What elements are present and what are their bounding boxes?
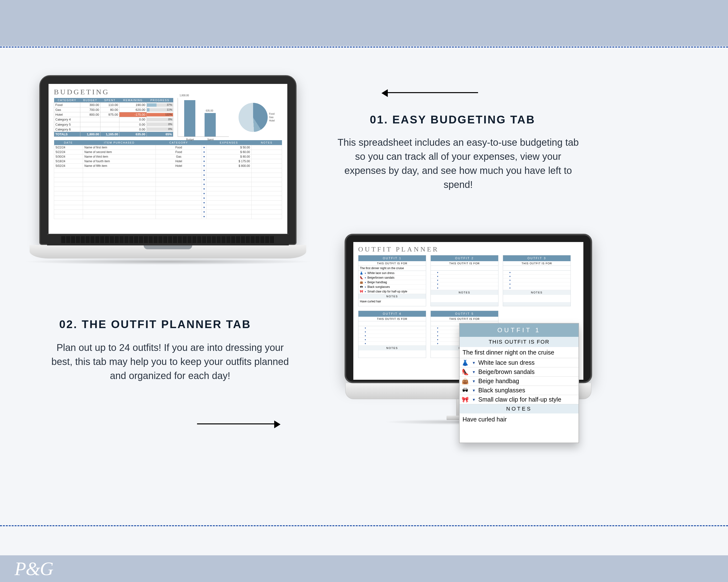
budget-row: Hotel800.00975.00-175.00122% [54, 112, 173, 117]
chevron-down-icon[interactable]: ▾ [437, 279, 438, 281]
outfit-card: OUTFIT 1THIS OUTFIT IS FORThe first dinn… [358, 255, 426, 306]
chevron-down-icon[interactable]: ▾ [509, 271, 511, 274]
outfit-card: OUTFIT 3THIS OUTFIT IS FOR▾▾▾▾▾NOTES [503, 255, 571, 306]
outfit-card: OUTFIT 2THIS OUTFIT IS FOR▾▾▾▾▾NOTES [431, 255, 498, 306]
chevron-down-icon[interactable]: ▾ [437, 342, 438, 345]
chevron-down-icon[interactable]: ▾ [509, 275, 511, 278]
chevron-down-icon[interactable]: ▾ [509, 283, 511, 285]
outfit-card-header: OUTFIT 4 [358, 311, 426, 317]
clothing-icon: 👠 [359, 276, 363, 279]
clothing-icon: 🎀 [461, 396, 469, 403]
chevron-down-icon[interactable]: ▾ [365, 338, 366, 341]
budget-pie-chart: Food Gas Hotel [231, 98, 282, 137]
list-th: DATE [54, 140, 83, 145]
budget-category-table: CATEGORYBUDGETSPENTREMAININGPROGRESS Foo… [54, 98, 173, 137]
laptop-shadow [22, 258, 314, 265]
list-row: ▾ [54, 200, 282, 205]
outfit-title: OUTFIT PLANNER [358, 245, 578, 253]
outfit-card-notes-label: NOTES [358, 345, 426, 351]
chevron-down-icon[interactable]: ▾ [437, 334, 438, 337]
outfit-card-for [431, 266, 498, 271]
chevron-down-icon[interactable]: ▾ [472, 369, 476, 375]
outfit-item-row: 👠▾Beige/brown sandals [358, 275, 426, 280]
chevron-down-icon[interactable]: ▾ [365, 331, 366, 333]
chevron-down-icon[interactable]: ▾ [365, 290, 366, 293]
list-row: ▾ [54, 173, 282, 177]
laptop-keyboard [30, 245, 306, 258]
chevron-down-icon[interactable]: ▾ [509, 279, 511, 281]
budget-totals-row: TOTALS1,800.001,165.00635.0065% [54, 132, 173, 137]
outfit-card: OUTFIT 4THIS OUTFIT IS FOR▾▾▾▾▾NOTES [358, 311, 426, 358]
outfit-item-row: ▾ [358, 342, 426, 345]
outfit-item-row: ▾ [503, 282, 571, 286]
footer-brand: P&G [15, 558, 53, 580]
budget-row: Category 40.000% [54, 117, 173, 122]
outfit-item-row: ▾ [503, 271, 571, 275]
outfit-item-row: 🕶▾Black sunglasses [358, 285, 426, 289]
clothing-icon: 🕶 [359, 285, 363, 288]
chevron-down-icon[interactable]: ▾ [365, 286, 366, 288]
outfit-item-row: 👜▾Beige handbag [358, 280, 426, 285]
chevron-down-icon[interactable]: ▾ [437, 283, 438, 285]
popout-item-row: 👠▾Beige/brown sandals [460, 367, 578, 377]
outfit-popout: OUTFIT 1 THIS OUTFIT IS FOR The first di… [459, 323, 579, 443]
chevron-down-icon[interactable]: ▾ [437, 327, 438, 329]
bar-val-label: 635.00 [202, 109, 217, 112]
budget-th: CATEGORY [54, 98, 80, 103]
chevron-down-icon[interactable]: ▾ [472, 379, 476, 384]
chevron-down-icon[interactable]: ▾ [365, 276, 366, 279]
outfit-card-header: OUTFIT 2 [431, 255, 498, 261]
clothing-icon: 👜 [461, 378, 469, 385]
popout-item-text: White lace sun dress [478, 359, 577, 366]
chevron-down-icon[interactable]: ▾ [365, 272, 366, 275]
chevron-down-icon[interactable]: ▾ [437, 338, 438, 341]
popout-sub: THIS OUTFIT IS FOR [460, 337, 578, 347]
chevron-down-icon[interactable]: ▾ [437, 271, 438, 274]
outfit-card-header: OUTFIT 3 [503, 255, 571, 261]
outfit-card-notes [503, 295, 571, 302]
budget-th: SPENT [101, 98, 120, 103]
budget-row: Category 60.000% [54, 127, 173, 132]
chevron-down-icon[interactable]: ▾ [437, 331, 438, 333]
pie-legend-2: Hotel [269, 119, 275, 122]
outfit-item-row: ▾ [503, 286, 571, 290]
chevron-down-icon[interactable]: ▾ [472, 360, 476, 365]
clothing-icon: 👜 [359, 281, 363, 284]
popout-notes: Have curled hair [460, 413, 578, 443]
list-row: 5/02/24Name of fifth itemHotel▾$ 800.00 [54, 164, 282, 168]
outfit-card-notes-label: NOTES [358, 294, 426, 299]
top-bar [0, 0, 728, 46]
divider-top [0, 47, 728, 48]
outfit-item-row: ▾ [431, 271, 498, 275]
budgeting-screen: BUDGETING CATEGORYBUDGETSPENTREMAININGPR… [49, 84, 287, 236]
budget-th: REMAINING [120, 98, 147, 103]
list-row: ▾ [54, 168, 282, 173]
list-row: ▾ [54, 187, 282, 191]
section1-title: 01. EASY BUDGETING TAB [370, 113, 535, 126]
chevron-down-icon[interactable]: ▾ [365, 327, 366, 329]
budget-bar-chart: 1,800.00 635.00 Budget Spent [178, 98, 229, 137]
footer: P&G [0, 555, 728, 582]
popout-item-row: 👗▾White lace sun dress [460, 358, 578, 367]
outfit-item-text: White lace sun dress [367, 271, 394, 275]
outfit-card-sub: THIS OUTFIT IS FOR [358, 261, 426, 266]
outfit-card-for: The first dinner night on the cruise [358, 266, 426, 271]
chevron-down-icon[interactable]: ▾ [472, 388, 476, 393]
chevron-down-icon[interactable]: ▾ [365, 281, 366, 284]
chevron-down-icon[interactable]: ▾ [472, 397, 476, 402]
list-row: ▾ [54, 177, 282, 182]
chevron-down-icon[interactable]: ▾ [365, 334, 366, 337]
popout-header: OUTFIT 1 [460, 324, 578, 337]
chevron-down-icon[interactable]: ▾ [437, 275, 438, 278]
clothing-icon: 🕶 [461, 387, 469, 394]
popout-item-text: Small claw clip for half-up style [478, 396, 577, 403]
outfit-card-header: OUTFIT 1 [358, 255, 426, 261]
chevron-down-icon[interactable]: ▾ [509, 287, 511, 289]
arrow-right-icon [197, 423, 279, 424]
outfit-card-notes-label: NOTES [431, 290, 498, 295]
popout-for: The first dinner night on the cruise [460, 347, 578, 358]
outfit-item-row: ▾ [431, 278, 498, 282]
chevron-down-icon[interactable]: ▾ [437, 287, 438, 289]
outfit-item-row: ▾ [358, 338, 426, 342]
chevron-down-icon[interactable]: ▾ [365, 342, 366, 345]
